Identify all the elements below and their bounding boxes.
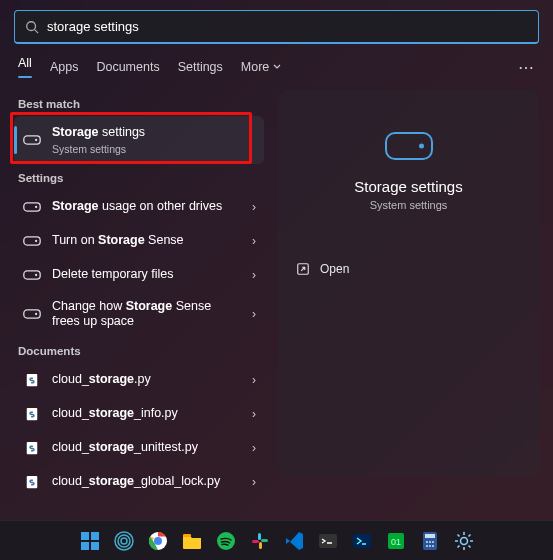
chevron-right-icon: › bbox=[252, 407, 256, 421]
result-title: cloud_storage_global_lock.py bbox=[52, 474, 242, 490]
svg-rect-40 bbox=[319, 534, 337, 548]
tab-settings[interactable]: Settings bbox=[178, 60, 223, 74]
section-settings: Settings bbox=[18, 172, 260, 184]
open-action[interactable]: Open bbox=[294, 256, 523, 282]
taskbar-app-matrix[interactable]: 01 bbox=[382, 527, 410, 555]
taskbar-app-chrome[interactable] bbox=[144, 527, 172, 555]
svg-point-30 bbox=[118, 535, 130, 547]
chevron-right-icon: › bbox=[252, 475, 256, 489]
chevron-right-icon: › bbox=[252, 200, 256, 214]
taskbar-app-settings[interactable] bbox=[450, 527, 478, 555]
svg-point-5 bbox=[35, 205, 37, 207]
tab-all[interactable]: All bbox=[18, 56, 32, 78]
preview-title: Storage settings bbox=[354, 178, 462, 195]
svg-point-23 bbox=[33, 484, 34, 485]
svg-line-1 bbox=[35, 29, 39, 33]
svg-rect-38 bbox=[259, 542, 262, 549]
storage-icon bbox=[385, 132, 433, 160]
svg-rect-27 bbox=[81, 542, 89, 550]
document-result[interactable]: cloud_storage_info.py › bbox=[14, 397, 264, 431]
result-title: Delete temporary files bbox=[52, 267, 242, 283]
preview-subtitle: System settings bbox=[370, 199, 448, 211]
taskbar-app-calc[interactable] bbox=[416, 527, 444, 555]
settings-result[interactable]: Change how Storage Sense frees up space … bbox=[14, 292, 264, 337]
taskbar-app-powershell[interactable] bbox=[348, 527, 376, 555]
svg-point-49 bbox=[426, 545, 428, 547]
chevron-right-icon: › bbox=[252, 441, 256, 455]
svg-point-50 bbox=[429, 545, 431, 547]
search-input[interactable] bbox=[47, 19, 528, 34]
python-file-icon bbox=[22, 370, 42, 390]
python-file-icon bbox=[22, 472, 42, 492]
drive-icon bbox=[22, 231, 42, 251]
svg-rect-37 bbox=[261, 539, 268, 542]
document-result[interactable]: cloud_storage_global_lock.py › bbox=[14, 465, 264, 499]
result-title: Storage usage on other drives bbox=[52, 199, 242, 215]
tab-more-label: More bbox=[241, 60, 269, 74]
taskbar: 01 bbox=[0, 520, 553, 560]
open-label: Open bbox=[320, 262, 349, 276]
section-documents: Documents bbox=[18, 345, 260, 357]
taskbar-app-broadcast[interactable] bbox=[110, 527, 138, 555]
svg-point-52 bbox=[460, 537, 467, 544]
document-result[interactable]: cloud_storage.py › bbox=[14, 363, 264, 397]
python-file-icon bbox=[22, 438, 42, 458]
drive-icon bbox=[22, 304, 42, 324]
taskbar-app-spotify[interactable] bbox=[212, 527, 240, 555]
overflow-menu[interactable]: ⋯ bbox=[518, 58, 535, 77]
result-title: Change how Storage Sense frees up space bbox=[52, 299, 242, 330]
svg-text:01: 01 bbox=[390, 537, 400, 547]
svg-point-0 bbox=[27, 21, 36, 30]
svg-rect-36 bbox=[258, 533, 261, 540]
taskbar-app-explorer[interactable] bbox=[178, 527, 206, 555]
svg-rect-2 bbox=[24, 136, 40, 144]
svg-point-47 bbox=[429, 541, 431, 543]
svg-point-19 bbox=[30, 445, 31, 446]
taskbar-app-vscode[interactable] bbox=[280, 527, 308, 555]
document-result[interactable]: cloud_storage_unittest.py › bbox=[14, 431, 264, 465]
best-match-result[interactable]: Storage settings System settings bbox=[14, 116, 264, 164]
svg-point-17 bbox=[33, 416, 34, 417]
svg-rect-45 bbox=[425, 534, 435, 538]
svg-rect-25 bbox=[81, 532, 89, 540]
taskbar-app-slack[interactable] bbox=[246, 527, 274, 555]
result-title: cloud_storage_unittest.py bbox=[52, 440, 242, 456]
svg-rect-8 bbox=[24, 271, 40, 279]
best-match-subtitle: System settings bbox=[52, 143, 256, 155]
svg-rect-34 bbox=[183, 534, 191, 537]
drive-icon bbox=[22, 197, 42, 217]
settings-result[interactable]: Turn on Storage Sense › bbox=[14, 224, 264, 258]
result-title: cloud_storage.py bbox=[52, 372, 242, 388]
search-icon bbox=[25, 20, 39, 34]
chevron-right-icon: › bbox=[252, 234, 256, 248]
svg-rect-4 bbox=[24, 203, 40, 211]
chevron-down-icon bbox=[273, 63, 281, 71]
taskbar-app-terminal[interactable] bbox=[314, 527, 342, 555]
svg-point-13 bbox=[30, 377, 31, 378]
svg-rect-10 bbox=[24, 310, 40, 318]
svg-point-14 bbox=[33, 382, 34, 383]
best-match-title: Storage settings bbox=[52, 125, 256, 141]
svg-point-7 bbox=[35, 239, 37, 241]
tab-more[interactable]: More bbox=[241, 60, 281, 74]
svg-point-48 bbox=[432, 541, 434, 543]
chevron-right-icon: › bbox=[252, 373, 256, 387]
start-button[interactable] bbox=[76, 527, 104, 555]
svg-rect-28 bbox=[91, 542, 99, 550]
svg-point-33 bbox=[154, 537, 162, 545]
settings-result[interactable]: Delete temporary files › bbox=[14, 258, 264, 292]
svg-rect-39 bbox=[252, 540, 259, 543]
svg-point-29 bbox=[121, 538, 127, 544]
settings-result[interactable]: Storage usage on other drives › bbox=[14, 190, 264, 224]
search-box[interactable] bbox=[14, 10, 539, 44]
svg-point-51 bbox=[432, 545, 434, 547]
svg-rect-6 bbox=[24, 237, 40, 245]
svg-point-3 bbox=[35, 139, 37, 141]
filter-tabs: All Apps Documents Settings More ⋯ bbox=[0, 44, 553, 86]
svg-point-11 bbox=[35, 313, 37, 315]
result-title: cloud_storage_info.py bbox=[52, 406, 242, 422]
svg-point-16 bbox=[30, 411, 31, 412]
tab-apps[interactable]: Apps bbox=[50, 60, 79, 74]
tab-documents[interactable]: Documents bbox=[96, 60, 159, 74]
svg-point-22 bbox=[30, 479, 31, 480]
